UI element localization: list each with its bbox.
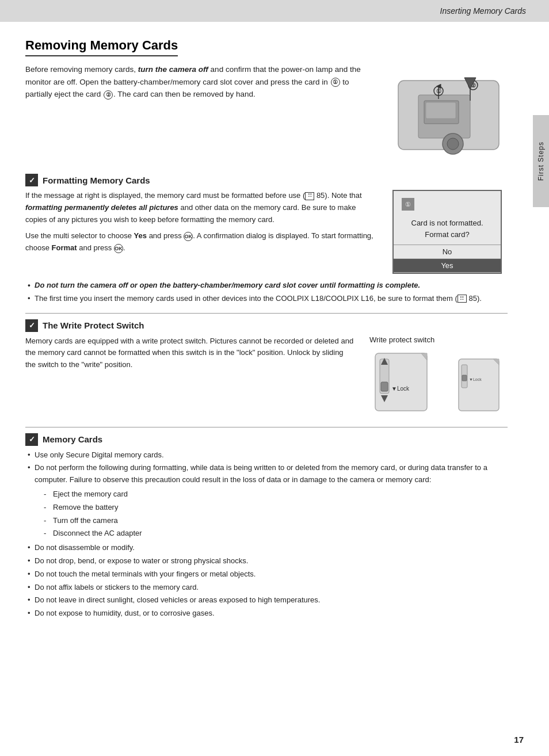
svg-rect-10 <box>426 102 456 119</box>
lcd-options: No Yes <box>394 245 501 273</box>
mc-bullet-3: Do not disassemble or modify. <box>25 542 508 554</box>
formatting-para2: Use the multi selector to choose Yes and… <box>25 230 379 254</box>
lcd-dialog-header-icon: ① <box>402 198 414 211</box>
circle-1: ① <box>331 78 340 87</box>
mc-bullet-2: Do not perform the following during form… <box>25 462 508 540</box>
page: Inserting Memory Cards First Steps Remov… <box>0 0 549 756</box>
mc-dash-2: Remove the battery <box>44 502 508 514</box>
formatting-bullets: Do not turn the camera off or open the b… <box>25 280 508 305</box>
camera-diagram-svg: ① ② <box>387 63 508 161</box>
mc-bullet-6: Do not affix labels or stickers to the m… <box>25 582 508 594</box>
formatting-dialog-area: ① Card is not formatted. Format card? No… <box>392 190 508 274</box>
write-protect-svg: ▼Lock ▼Lock <box>369 348 508 417</box>
write-protect-image-area: Write protect switch ▼Lock <box>369 335 508 419</box>
write-protect-text: Memory cards are equipped with a write p… <box>25 335 356 419</box>
formatting-bullet-2: The first time you insert the memory car… <box>25 293 508 305</box>
divider-1 <box>25 313 508 314</box>
formatting-bold-italic: formatting permanently deletes all pictu… <box>25 203 178 212</box>
removing-image-area: ① ② <box>387 63 508 163</box>
removing-text-before: Before removing memory cards, <box>25 65 138 74</box>
removing-title: Removing Memory Cards <box>25 38 178 56</box>
write-protect-layout: Memory cards are equipped with a write p… <box>25 335 508 419</box>
formatting-check-icon: ✓ <box>25 174 38 186</box>
book-ref-1: ☷ <box>305 192 314 200</box>
removing-text: Before removing memory cards, turn the c… <box>25 63 373 163</box>
mc-bullet-4: Do not drop, bend, or expose to water or… <box>25 555 508 567</box>
mc-bullet-1: Use only Secure Digital memory cards. <box>25 449 508 461</box>
svg-point-4 <box>447 138 459 150</box>
memory-cards-bullets: Use only Secure Digital memory cards. Do… <box>25 449 508 620</box>
divider-2 <box>25 427 508 427</box>
mc-bullet-7: Do not leave in direct sunlight, closed … <box>25 594 508 606</box>
formatting-note-title: Formatting Memory Cards <box>43 175 150 185</box>
formatting-note-section: ✓ Formatting Memory Cards If the message… <box>25 174 508 305</box>
lcd-dialog: ① Card is not formatted. Format card? No… <box>392 190 502 274</box>
removing-bold-italic: turn the camera off <box>138 65 208 74</box>
write-protect-check-icon: ✓ <box>25 319 38 332</box>
ok-btn-1: OK <box>184 232 193 241</box>
write-protect-title: The Write Protect Switch <box>43 320 144 330</box>
svg-rect-15 <box>381 382 388 391</box>
write-protect-section: ✓ The Write Protect Switch Memory cards … <box>25 319 508 419</box>
svg-rect-22 <box>462 375 467 381</box>
mc-bullet-8: Do not expose to humidity, dust, or to c… <box>25 608 508 620</box>
formatting-note-header: ✓ Formatting Memory Cards <box>25 174 508 186</box>
book-ref-2: ☷ <box>458 295 467 303</box>
lcd-option-yes: Yes <box>394 259 501 273</box>
write-protect-header: ✓ The Write Protect Switch <box>25 319 508 332</box>
lcd-text-1: Card is not formatted. <box>411 219 483 227</box>
sidebar-label: First Steps <box>537 142 545 181</box>
svg-text:▼Lock: ▼Lock <box>469 377 482 381</box>
mc-dash-1: Eject the memory card <box>44 488 508 501</box>
svg-text:▼Lock: ▼Lock <box>391 385 410 392</box>
mc-dash-3: Turn off the camera <box>44 515 508 527</box>
memory-cards-section: ✓ Memory Cards Use only Secure Digital m… <box>25 433 508 620</box>
removing-section: Removing Memory Cards Before removing me… <box>25 38 508 163</box>
formatting-text: If the message at right is displayed, th… <box>25 190 379 274</box>
memory-cards-check-icon: ✓ <box>25 433 38 446</box>
formatting-para1: If the message at right is displayed, th… <box>25 190 379 226</box>
lcd-option-no: No <box>394 245 501 259</box>
page-header-title: Inserting Memory Cards <box>440 6 526 16</box>
memory-cards-header: ✓ Memory Cards <box>25 433 508 446</box>
format-bold: Format <box>52 243 77 252</box>
memory-cards-title: Memory Cards <box>43 434 102 444</box>
sidebar-tab: First Steps <box>533 115 549 207</box>
top-bar: Inserting Memory Cards <box>0 0 549 22</box>
yes-bold: Yes <box>134 231 147 240</box>
page-number: 17 <box>514 735 524 744</box>
lcd-text-2: Format card? <box>425 230 469 239</box>
mc-bullet-5: Do not touch the metal terminals with yo… <box>25 568 508 581</box>
mc-dash-4: Disconnect the AC adapter <box>44 528 508 540</box>
ok-btn-2: OK <box>114 244 123 253</box>
removing-layout: Before removing memory cards, turn the c… <box>25 63 508 163</box>
mc-dash-list: Eject the memory card Remove the battery… <box>44 488 508 540</box>
circle-2: ② <box>104 90 113 100</box>
lcd-dialog-text: Card is not formatted. Format card? <box>394 215 501 245</box>
write-protect-caption: Write protect switch <box>369 335 508 344</box>
main-content: Removing Memory Cards Before removing me… <box>0 22 549 642</box>
formatting-bullet-1: Do not turn the camera off or open the b… <box>25 280 508 292</box>
formatting-layout: If the message at right is displayed, th… <box>25 190 508 274</box>
